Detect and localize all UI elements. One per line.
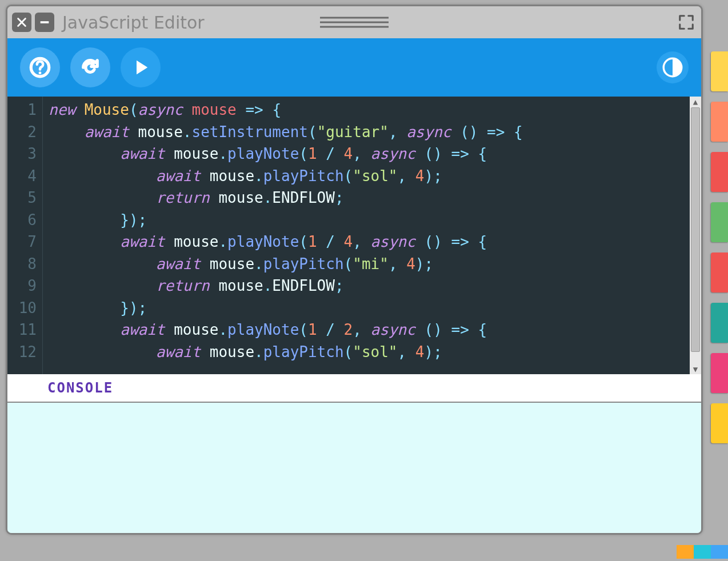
- background-tab: [711, 303, 728, 343]
- code-editor[interactable]: 123456789101112 new Mouse(async mouse =>…: [7, 97, 701, 374]
- code-content[interactable]: new Mouse(async mouse => { await mouse.s…: [43, 97, 701, 374]
- editor-toolbar: [7, 38, 701, 97]
- code-line[interactable]: await mouse.playNote(1 / 2, async () => …: [49, 319, 695, 341]
- background-tab: [711, 152, 728, 192]
- line-number: 4: [10, 165, 37, 187]
- window-title: JavaScript Editor: [62, 13, 205, 33]
- background-tab: [711, 353, 728, 393]
- window-titlebar[interactable]: JavaScript Editor: [7, 6, 701, 38]
- theme-toggle-button[interactable]: [657, 51, 689, 83]
- titlebar-drag-grip[interactable]: [320, 14, 389, 31]
- background-swatch: [677, 545, 694, 559]
- line-number: 3: [10, 143, 37, 165]
- background-swatch: [711, 545, 728, 559]
- editor-window: JavaScript Editor 123456789101112 new Mo…: [6, 5, 703, 535]
- code-line[interactable]: });: [49, 209, 695, 231]
- line-number: 10: [10, 297, 37, 319]
- line-number-gutter: 123456789101112: [7, 97, 43, 374]
- help-icon: [28, 55, 52, 79]
- line-number: 12: [10, 341, 37, 363]
- code-line[interactable]: await mouse.playPitch("sol", 4);: [49, 341, 695, 363]
- line-number: 9: [10, 275, 37, 297]
- line-number: 1: [10, 99, 37, 121]
- code-line[interactable]: await mouse.playPitch("mi", 4);: [49, 253, 695, 275]
- minimize-icon: [38, 16, 51, 29]
- editor-scrollbar[interactable]: ▲ ▼: [690, 97, 701, 374]
- line-number: 6: [10, 209, 37, 231]
- code-line[interactable]: return mouse.ENDFLOW;: [49, 187, 695, 209]
- refresh-button[interactable]: [70, 47, 110, 87]
- line-number: 7: [10, 231, 37, 253]
- line-number: 5: [10, 187, 37, 209]
- background-tab: [711, 202, 728, 242]
- refresh-icon: [78, 55, 102, 79]
- background-palette-tabs: [711, 51, 728, 454]
- scroll-down-arrow[interactable]: ▼: [690, 364, 701, 374]
- console-output[interactable]: [7, 403, 701, 533]
- background-swatch: [694, 545, 711, 559]
- maximize-button[interactable]: [677, 13, 695, 31]
- close-icon: [15, 16, 28, 29]
- line-number: 8: [10, 253, 37, 275]
- svg-rect-0: [41, 21, 49, 23]
- console-label: CONSOLE: [47, 380, 113, 396]
- background-footer-swatches: [677, 545, 728, 559]
- code-line[interactable]: });: [49, 297, 695, 319]
- code-line[interactable]: await mouse.setInstrument("guitar", asyn…: [49, 121, 695, 143]
- code-line[interactable]: return mouse.ENDFLOW;: [49, 275, 695, 297]
- line-number: 11: [10, 319, 37, 341]
- scroll-up-arrow[interactable]: ▲: [690, 97, 701, 107]
- code-line[interactable]: await mouse.playNote(1 / 4, async () => …: [49, 143, 695, 165]
- scrollbar-thumb[interactable]: [691, 107, 700, 352]
- help-button[interactable]: [20, 47, 60, 87]
- line-number: 2: [10, 121, 37, 143]
- minimize-button[interactable]: [35, 13, 54, 32]
- code-line[interactable]: await mouse.playPitch("sol", 4);: [49, 165, 695, 187]
- background-tab: [711, 102, 728, 142]
- console-header: CONSOLE: [7, 374, 701, 403]
- background-tab: [711, 253, 728, 292]
- code-line[interactable]: new Mouse(async mouse => {: [49, 99, 695, 121]
- play-icon: [129, 55, 153, 79]
- expand-icon: [678, 14, 695, 31]
- contrast-icon: [661, 55, 685, 79]
- run-button[interactable]: [121, 47, 161, 87]
- close-button[interactable]: [12, 13, 31, 32]
- svg-point-2: [39, 71, 42, 74]
- code-line[interactable]: await mouse.playNote(1 / 4, async () => …: [49, 231, 695, 253]
- background-tab: [711, 403, 728, 443]
- background-tab: [711, 51, 728, 91]
